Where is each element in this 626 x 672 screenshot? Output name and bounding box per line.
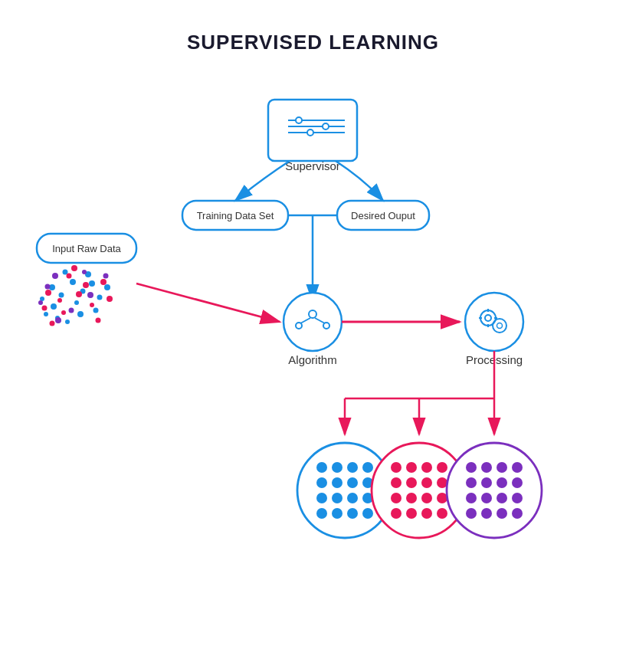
svg-text:Supervisor: Supervisor <box>285 159 340 172</box>
svg-text:Desired Ouput: Desired Ouput <box>351 210 415 221</box>
svg-point-55 <box>83 282 89 288</box>
svg-point-116 <box>497 462 507 473</box>
svg-point-40 <box>89 280 95 287</box>
svg-point-44 <box>74 300 79 305</box>
svg-point-117 <box>512 462 523 473</box>
svg-point-81 <box>332 462 342 473</box>
svg-point-113 <box>447 443 542 538</box>
svg-point-80 <box>316 462 327 473</box>
svg-point-121 <box>512 477 523 488</box>
svg-point-109 <box>391 508 401 519</box>
svg-point-61 <box>50 321 55 326</box>
main-container: SUPERVISED LEARNING Supervisor Training … <box>0 0 626 672</box>
svg-point-115 <box>481 462 492 473</box>
svg-point-126 <box>466 508 477 519</box>
svg-point-101 <box>391 477 401 488</box>
svg-point-53 <box>45 290 51 296</box>
svg-point-82 <box>347 462 358 473</box>
svg-point-100 <box>437 462 447 473</box>
svg-point-99 <box>421 462 432 473</box>
svg-point-70 <box>103 274 109 279</box>
svg-point-98 <box>406 462 417 473</box>
svg-point-65 <box>96 318 101 323</box>
svg-point-43 <box>63 270 68 275</box>
svg-point-120 <box>497 477 507 488</box>
svg-point-119 <box>481 477 492 488</box>
svg-point-85 <box>332 477 342 488</box>
svg-point-103 <box>421 477 432 488</box>
svg-point-47 <box>44 312 48 316</box>
svg-point-102 <box>406 477 417 488</box>
svg-point-71 <box>55 317 61 323</box>
svg-point-89 <box>332 493 342 503</box>
svg-point-110 <box>406 508 417 519</box>
svg-point-42 <box>51 303 57 310</box>
svg-point-105 <box>391 493 401 503</box>
svg-point-64 <box>71 265 77 271</box>
svg-point-56 <box>57 298 62 303</box>
svg-point-67 <box>69 308 74 313</box>
svg-point-57 <box>100 279 107 285</box>
svg-point-112 <box>437 508 447 519</box>
svg-point-66 <box>52 273 58 279</box>
svg-point-5 <box>323 123 329 129</box>
svg-point-73 <box>45 284 51 290</box>
svg-point-50 <box>93 308 99 313</box>
svg-point-63 <box>61 310 66 315</box>
svg-point-127 <box>481 508 492 519</box>
svg-point-46 <box>97 295 103 300</box>
svg-point-111 <box>421 508 432 519</box>
svg-point-83 <box>362 462 373 473</box>
svg-point-84 <box>316 477 327 488</box>
svg-point-54 <box>67 274 72 279</box>
svg-point-59 <box>76 291 82 297</box>
svg-point-4 <box>296 117 302 123</box>
svg-point-93 <box>332 508 342 519</box>
svg-point-72 <box>82 270 87 274</box>
svg-line-35 <box>136 284 280 322</box>
svg-text:Training Data Set: Training Data Set <box>197 210 274 221</box>
svg-point-106 <box>406 493 417 503</box>
svg-point-118 <box>466 477 477 488</box>
svg-text:Algorithm: Algorithm <box>288 353 336 366</box>
svg-point-37 <box>59 293 64 298</box>
svg-point-51 <box>65 320 70 324</box>
svg-point-114 <box>466 462 477 473</box>
svg-point-128 <box>497 508 507 519</box>
svg-point-52 <box>77 311 84 317</box>
svg-point-62 <box>107 296 113 302</box>
svg-point-92 <box>316 508 327 519</box>
svg-point-17 <box>284 293 342 351</box>
svg-point-86 <box>347 477 358 488</box>
svg-point-38 <box>70 279 76 285</box>
svg-point-60 <box>90 303 94 307</box>
svg-point-6 <box>307 129 313 136</box>
svg-point-69 <box>38 300 43 305</box>
svg-point-124 <box>497 493 507 503</box>
svg-point-94 <box>347 508 358 519</box>
svg-point-90 <box>347 493 358 503</box>
svg-text:Input Raw Data: Input Raw Data <box>52 243 121 254</box>
svg-point-58 <box>42 306 48 311</box>
svg-point-123 <box>481 493 492 503</box>
svg-point-68 <box>87 292 93 298</box>
svg-point-107 <box>421 493 432 503</box>
svg-point-97 <box>391 462 401 473</box>
svg-point-125 <box>512 493 523 503</box>
svg-point-88 <box>316 493 327 503</box>
svg-point-95 <box>362 508 373 519</box>
svg-point-129 <box>512 508 523 519</box>
svg-point-48 <box>104 284 110 290</box>
svg-point-122 <box>466 493 477 503</box>
